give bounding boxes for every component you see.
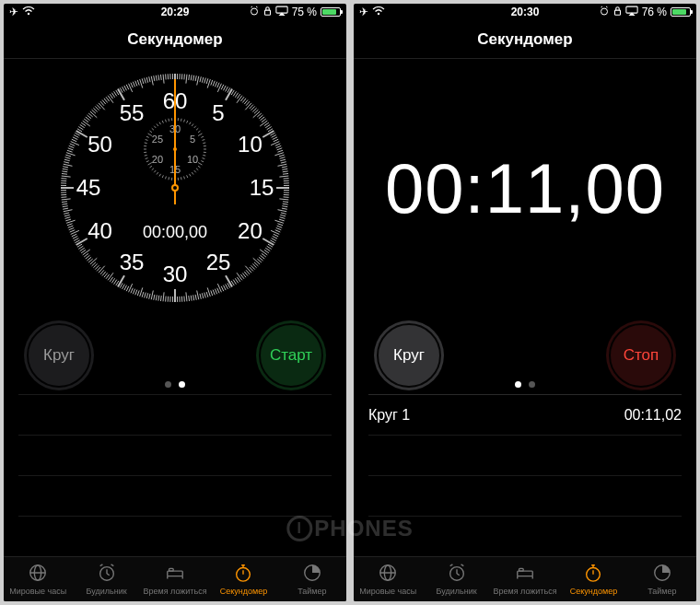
stop-button[interactable]: Стоп: [606, 320, 676, 390]
lap-row-empty: [18, 394, 332, 435]
svg-line-191: [99, 266, 105, 273]
svg-line-186: [108, 273, 113, 280]
tab-globe[interactable]: Мировые часы: [354, 557, 422, 601]
svg-line-135: [221, 286, 224, 291]
svg-line-201: [83, 250, 90, 255]
svg-line-52: [264, 122, 269, 125]
svg-line-163: [158, 296, 159, 301]
svg-line-92: [281, 213, 286, 214]
svg-line-344: [187, 175, 188, 178]
digital-readout[interactable]: 00:11,00: [354, 59, 696, 317]
lap-row-empty: [18, 435, 332, 475]
svg-line-376: [169, 119, 169, 122]
svg-line-242: [64, 162, 69, 163]
tab-bed[interactable]: Время ложиться: [141, 557, 209, 601]
svg-line-374: [162, 121, 163, 123]
svg-line-142: [206, 292, 208, 297]
lap-button[interactable]: Круг: [374, 320, 444, 390]
svg-line-320: [181, 119, 181, 122]
svg-text:5: 5: [190, 134, 195, 145]
analog-dial[interactable]: 6051015202530354045505530510152025 00:00…: [4, 59, 346, 317]
svg-rect-420: [518, 571, 533, 576]
tab-label: Таймер: [298, 587, 326, 596]
svg-line-89: [282, 206, 287, 207]
lap-row-empty: [18, 516, 332, 556]
svg-line-277: [110, 94, 112, 99]
tab-label: Таймер: [648, 587, 676, 596]
svg-line-62: [275, 144, 281, 145]
tab-bar: Мировые часы Будильник Время ложиться Се…: [4, 556, 346, 601]
svg-line-126: [237, 273, 242, 280]
svg-line-72: [282, 167, 287, 168]
tab-alarm[interactable]: Будильник: [72, 557, 140, 601]
svg-line-220: [64, 213, 69, 214]
tab-label: Секундомер: [570, 587, 617, 596]
svg-line-287: [131, 83, 133, 88]
svg-rect-423: [519, 569, 524, 572]
svg-line-323: [190, 122, 192, 125]
svg-line-116: [253, 258, 260, 264]
svg-line-283: [122, 87, 125, 91]
svg-line-112: [262, 253, 266, 257]
svg-line-301: [163, 75, 164, 84]
svg-line-366: [146, 140, 148, 141]
svg-line-128: [235, 278, 238, 283]
tab-stopwatch[interactable]: Секундомер: [209, 557, 277, 601]
start-button[interactable]: Старт: [256, 320, 326, 390]
lap-button[interactable]: Круг: [24, 320, 94, 390]
tab-globe[interactable]: Мировые часы: [4, 557, 72, 601]
svg-line-58: [272, 135, 276, 138]
svg-line-178: [124, 285, 127, 290]
tab-label: Время ложиться: [143, 587, 206, 596]
tab-alarm[interactable]: Будильник: [422, 557, 490, 601]
tab-label: Мировые часы: [359, 587, 416, 596]
svg-line-133: [226, 285, 228, 289]
svg-line-329: [201, 136, 204, 137]
bed-icon: [164, 563, 186, 585]
svg-line-172: [137, 290, 139, 296]
svg-point-424: [587, 568, 601, 582]
svg-line-336: [202, 158, 204, 159]
timer-icon: [301, 563, 323, 585]
svg-line-365: [145, 143, 147, 144]
svg-line-88: [283, 204, 288, 204]
lap-name: Круг 1: [368, 407, 410, 424]
svg-line-238: [62, 171, 67, 172]
svg-line-125: [240, 274, 244, 279]
svg-line-183: [114, 280, 117, 285]
svg-line-237: [62, 174, 67, 175]
svg-line-236: [62, 176, 71, 177]
tab-bed[interactable]: Время ложиться: [491, 557, 559, 601]
tab-timer[interactable]: Таймер: [628, 557, 696, 601]
svg-line-145: [200, 294, 201, 299]
svg-line-179: [122, 285, 125, 289]
svg-line-247: [67, 150, 73, 152]
svg-text:50: 50: [88, 132, 112, 157]
svg-line-341: [194, 170, 196, 172]
svg-line-25: [217, 83, 219, 88]
svg-text:55: 55: [120, 100, 145, 125]
svg-line-147: [195, 295, 196, 300]
svg-line-288: [133, 82, 134, 87]
lap-list[interactable]: [4, 394, 346, 556]
timer-icon: [651, 563, 673, 585]
svg-line-243: [64, 159, 70, 160]
svg-line-262: [84, 119, 88, 122]
lap-list[interactable]: Круг 1 00:11,02: [354, 394, 696, 556]
lap-time: 00:11,02: [624, 407, 682, 424]
svg-line-203: [80, 248, 85, 250]
stopwatch-icon: [232, 563, 254, 585]
svg-line-46: [253, 111, 260, 118]
svg-line-355: [154, 170, 156, 172]
svg-line-108: [267, 246, 272, 249]
svg-line-165: [154, 295, 155, 300]
tab-timer[interactable]: Таймер: [278, 557, 346, 601]
svg-text:15: 15: [250, 175, 274, 200]
svg-line-328: [198, 134, 202, 136]
tab-stopwatch[interactable]: Секундомер: [559, 557, 627, 601]
svg-line-337: [201, 161, 204, 162]
svg-line-11: [186, 75, 187, 84]
svg-line-324: [192, 124, 193, 126]
svg-line-244: [65, 157, 71, 159]
svg-line-60: [274, 139, 278, 142]
